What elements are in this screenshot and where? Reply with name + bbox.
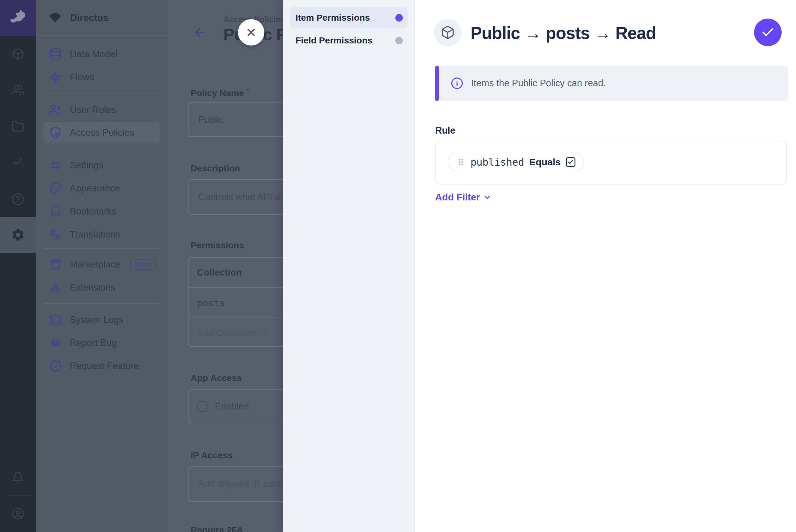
help-circle-icon [12, 193, 24, 206]
app-access-label: App Access [191, 373, 242, 383]
user-roles-icon [49, 103, 62, 116]
bug-icon [49, 336, 62, 349]
sidebar-item-access-policies[interactable]: Access Policies [43, 122, 160, 144]
project-name: Directus [70, 12, 109, 23]
drawer-title: Public → posts → Read [470, 24, 656, 42]
sidebar-item-bookmarks[interactable]: Bookmarks [36, 200, 168, 223]
sidebar-item-label: Report Bug [70, 338, 117, 348]
back-button[interactable] [186, 19, 213, 45]
drawer-header-avatar [434, 19, 462, 46]
drag-handle-icon[interactable] [457, 157, 465, 167]
notifications-button[interactable] [0, 467, 36, 489]
shield-user-icon [49, 126, 62, 139]
save-button[interactable] [754, 19, 782, 46]
module-insights[interactable] [0, 151, 36, 174]
add-collection-button[interactable]: Add Collection [188, 318, 283, 348]
module-help[interactable] [0, 188, 36, 211]
tab-item-permissions[interactable]: Item Permissions [290, 7, 408, 28]
app-access-field: Enabled [188, 390, 283, 423]
sidebar-item-label: Request Feature [70, 361, 139, 372]
sidebar-item-label: Data Model [70, 49, 117, 60]
policy-detail-page: Access Policies Public Policy Policy Nam… [168, 0, 283, 532]
check-icon [761, 25, 775, 39]
tab-field-permissions[interactable]: Field Permissions [290, 28, 408, 53]
insights-icon [12, 156, 24, 169]
inactive-dot-indicator [395, 37, 403, 44]
sidebar-item-translations[interactable]: Translations [36, 223, 168, 246]
filter-value-checkbox[interactable] [566, 157, 575, 167]
directus-logo-button[interactable] [0, 0, 36, 36]
sidebar-item-label: User Roles [70, 104, 116, 115]
sidebar-item-settings[interactable]: Settings [36, 154, 168, 177]
sidebar-divider [43, 248, 160, 249]
sidebar-item-label: Bookmarks [70, 206, 116, 217]
module-bar [0, 0, 36, 532]
app-root: Directus Data Model Flows User Roles Acc… [0, 0, 796, 532]
sidebar-divider [43, 93, 160, 93]
terminal-icon [49, 313, 62, 326]
enabled-checkbox[interactable] [197, 401, 208, 412]
sidebar-item-label: Extensions [70, 282, 115, 293]
database-icon [49, 48, 62, 61]
filter-operator[interactable]: Equals [529, 157, 561, 168]
enabled-checkbox-label: Enabled [215, 401, 249, 412]
sidebar-item-extensions[interactable]: Extensions [36, 276, 168, 299]
filter-field[interactable]: published [470, 156, 524, 168]
sidebar-item-label: Access Policies [70, 127, 134, 138]
project-header[interactable]: Directus [36, 0, 168, 36]
sidebar-item-appearance[interactable]: Appearance [36, 177, 168, 200]
policy-name-label: Policy Name* [191, 86, 249, 98]
sidebar-item-data-model[interactable]: Data Model [36, 43, 168, 65]
info-icon [451, 77, 463, 90]
badge-check-icon [49, 359, 62, 373]
tune-icon [49, 159, 62, 172]
arrow-left-icon [193, 26, 206, 39]
box-icon [12, 48, 24, 60]
sidebar-item-label: Settings [70, 160, 104, 171]
sidebar-divider [43, 303, 160, 304]
filter-rule-chip[interactable]: published Equals [448, 153, 584, 171]
sidebar-item-request-feature[interactable]: Request Feature [36, 355, 168, 377]
collection-row-posts[interactable]: posts [188, 288, 283, 318]
module-files[interactable] [0, 115, 36, 138]
sidebar-item-label: Translations [70, 229, 120, 240]
permissions-table: Collection posts Add Collection [188, 257, 283, 347]
sidebar-item-marketplace[interactable]: Marketplace Beta [36, 253, 168, 276]
project-cloud-icon [47, 10, 63, 25]
folder-icon [12, 120, 24, 133]
add-filter-button[interactable]: Add Filter [435, 192, 492, 203]
navigation-sidebar: Directus Data Model Flows User Roles Acc… [36, 0, 168, 532]
drawer-close-button[interactable] [238, 19, 264, 45]
module-content[interactable] [0, 42, 36, 65]
policy-name-input[interactable]: Public [188, 102, 283, 137]
ip-access-input[interactable]: Add allowed IP addr [188, 467, 283, 502]
collection-column-header: Collection [188, 258, 283, 287]
close-icon [245, 26, 257, 38]
gear-icon [11, 228, 25, 242]
sidebar-item-label: System Logs [70, 315, 124, 325]
sidebar-divider [43, 149, 160, 149]
sidebar-item-flows[interactable]: Flows [36, 66, 168, 89]
sidebar-item-user-roles[interactable]: User Roles [36, 98, 168, 121]
users-icon [12, 84, 24, 96]
drawer-main: Public → posts → Read Items the Public P… [415, 0, 796, 532]
sidebar-item-label: Marketplace [70, 259, 121, 270]
user-menu-button[interactable] [0, 502, 36, 525]
banner-accent-bar [435, 65, 439, 101]
bell-icon [12, 472, 24, 484]
directus-rabbit-icon [8, 8, 28, 28]
banner-text: Items the Public Policy can read. [471, 78, 606, 89]
sidebar-item-label: Appearance [70, 183, 120, 194]
sidebar-item-system-logs[interactable]: System Logs [36, 308, 168, 331]
required-mark: * [246, 86, 249, 96]
sidebar-item-report-bug[interactable]: Report Bug [36, 331, 168, 354]
description-input[interactable]: Controls what API d [188, 179, 283, 215]
tab-label: Item Permissions [296, 13, 370, 23]
rule-section-label: Rule [435, 125, 455, 136]
ip-access-label: IP Access [191, 450, 233, 460]
module-users[interactable] [0, 79, 36, 101]
check-icon [567, 159, 574, 165]
description-label: Description [191, 163, 240, 173]
module-settings[interactable] [0, 217, 36, 253]
account-circle-icon [12, 508, 24, 520]
